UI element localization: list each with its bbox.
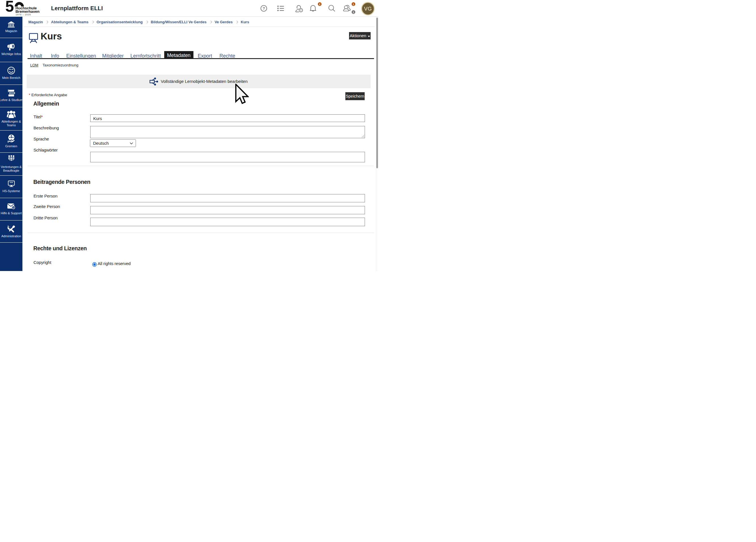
svg-text:?: ? bbox=[13, 207, 14, 209]
svg-text:?: ? bbox=[263, 6, 265, 10]
